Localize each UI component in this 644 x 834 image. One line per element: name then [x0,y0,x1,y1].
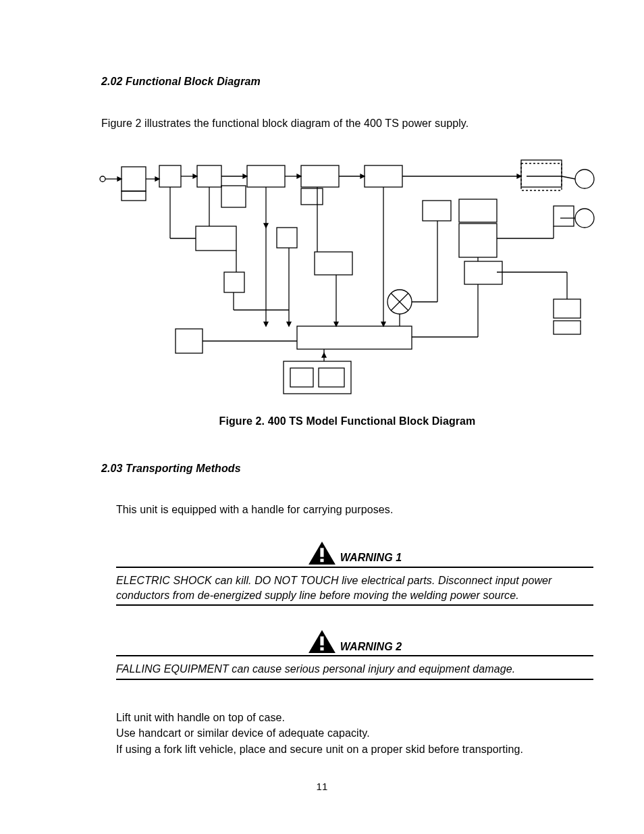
svg-marker-71 [322,353,326,357]
svg-rect-10 [301,188,323,205]
svg-rect-20 [196,226,236,251]
svg-rect-80 [320,548,323,556]
lift-instructions: Lift unit with handle on top of case. Us… [101,710,593,757]
svg-marker-75 [264,322,268,326]
instruction-line-2: Use handcart or similar device of adequa… [116,726,593,741]
svg-marker-78 [381,322,385,326]
svg-marker-2 [117,177,122,181]
svg-rect-28 [554,299,581,318]
svg-rect-22 [315,252,352,275]
svg-rect-8 [247,165,285,187]
warning-2-block: WARNING 2 FALLING EQUIPMENT can cause se… [116,629,593,680]
instruction-line-1: Lift unit with handle on top of case. [116,710,593,725]
svg-marker-76 [287,322,291,326]
page-number: 11 [0,780,644,793]
svg-rect-13 [521,160,562,187]
svg-marker-43 [243,174,247,178]
section-heading-2-02: 2.02 Functional Block Diagram [101,74,593,89]
svg-marker-49 [517,174,521,178]
svg-rect-14 [521,163,562,190]
warning-icon [308,629,336,654]
svg-point-16 [575,170,594,188]
warning-1-label: WARNING 1 [340,550,402,565]
svg-rect-27 [554,206,574,226]
svg-rect-7 [221,186,246,207]
svg-point-0 [100,176,105,182]
svg-rect-4 [122,191,146,201]
instruction-line-3: If using a fork lift vehicle, place and … [116,742,593,757]
svg-rect-21 [277,228,297,248]
svg-rect-34 [319,368,344,387]
transport-intro: This unit is equipped with a handle for … [101,502,593,517]
svg-rect-83 [320,637,323,646]
warning-icon [308,541,336,565]
block-diagram-figure [95,151,608,414]
svg-marker-41 [193,174,197,178]
svg-line-18 [562,176,575,179]
warning-1-text: ELECTRIC SHOCK can kill. DO NOT TOUCH li… [116,568,593,606]
svg-rect-12 [423,201,451,221]
svg-rect-3 [122,167,146,191]
svg-rect-33 [290,368,313,387]
svg-marker-39 [155,177,159,181]
svg-rect-30 [176,329,203,353]
svg-rect-29 [554,321,581,334]
svg-rect-23 [224,272,244,292]
figure-intro: Figure 2 illustrates the functional bloc… [101,116,593,131]
svg-rect-11 [365,165,402,187]
svg-rect-84 [320,648,323,651]
svg-rect-24 [459,224,497,257]
svg-rect-25 [459,199,497,222]
warning-1-block: WARNING 1 ELECTRIC SHOCK can kill. DO NO… [116,541,593,606]
svg-marker-54 [264,224,268,228]
svg-rect-31 [297,326,412,349]
svg-point-17 [575,209,594,228]
svg-rect-9 [301,165,339,187]
warning-2-text: FALLING EQUIPMENT can cause serious pers… [116,656,593,680]
figure-caption: Figure 2. 400 TS Model Functional Block … [101,414,593,429]
svg-rect-6 [197,165,221,187]
section-heading-2-03: 2.03 Transporting Methods [101,461,593,476]
svg-marker-47 [360,174,365,178]
svg-marker-45 [297,174,301,178]
svg-rect-5 [159,165,181,187]
warning-2-label: WARNING 2 [340,640,402,654]
svg-rect-81 [320,558,323,562]
svg-rect-26 [464,261,502,284]
svg-marker-77 [334,322,338,326]
svg-rect-32 [284,361,351,394]
